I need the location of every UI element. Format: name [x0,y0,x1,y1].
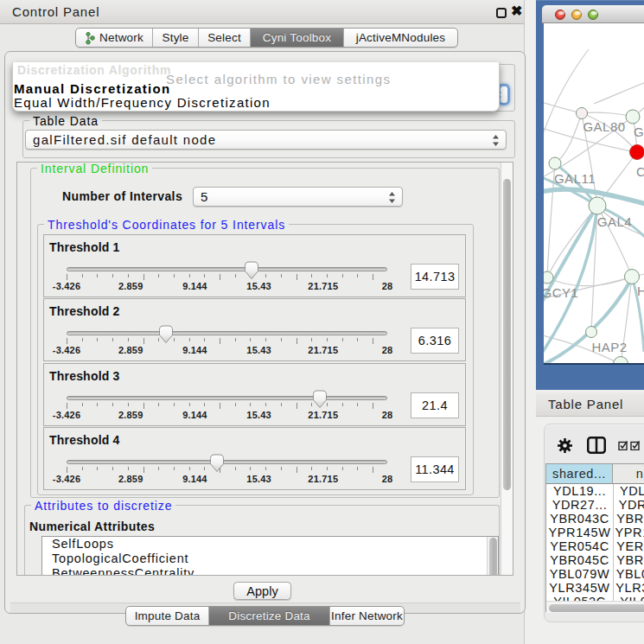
tab-label: Discretize Data [228,609,310,622]
attribute-item[interactable]: SelfLoops [42,537,498,552]
slider-tick-label: 9.144 [182,474,207,484]
network-canvas[interactable]: GAL80G...C...GAL11GAL4GCY1HHAP2 [544,23,644,363]
table-row[interactable]: YER054CYER054C [546,539,644,553]
attribute-item[interactable]: TopologicalCoefficient [42,552,498,566]
network-node[interactable] [614,357,628,364]
slider-minor-tick [357,338,358,341]
table-data-combobox[interactable]: galFiltered.sif default node [25,130,507,150]
slider-minor-tick [327,338,328,341]
slider-knob[interactable] [243,260,260,282]
slider-major-tick [67,274,67,280]
threshold-value-field[interactable]: 21.4 [411,392,459,418]
slider-minor-tick [265,467,266,470]
network-node-label: GAL11 [554,171,596,186]
minimize-traffic-light[interactable] [571,10,582,20]
threshold-value-field[interactable]: 14.713 [411,264,459,290]
control-panel-titlebar[interactable]: Control Panel ✖ [0,0,524,24]
settings-scrollbar[interactable] [501,163,513,575]
apply-button[interactable]: Apply [233,582,291,600]
thresholds-group-title: Threshold's Coordinates for 5 Intervals [44,218,289,232]
network-node[interactable] [625,270,640,284]
slider-rail[interactable] [67,396,387,400]
desktop: { "control_panel": { "title": "Control P… [0,0,644,644]
table-row[interactable]: YBR043CYBR043C [546,512,644,526]
slider-rail[interactable] [67,460,387,464]
column-header-label: shared... [552,467,606,481]
tab-network[interactable]: Network [76,29,153,47]
column-header[interactable]: shared... [546,464,613,484]
table-cell: YDL19... [613,484,644,498]
network-node[interactable] [589,197,606,214]
tab-impute-data[interactable]: Impute Data [126,607,209,625]
slider-minor-tick [112,274,113,277]
slider-major-tick [220,403,220,409]
popup-hint-item[interactable]: Select algorithm to view settings [166,72,391,86]
tab-discretize-data[interactable]: Discretize Data [209,607,330,625]
slider-knob[interactable] [157,324,175,346]
close-icon[interactable]: ✖ [511,3,522,19]
threshold-value-field[interactable]: 11.344 [411,456,459,482]
slider-knob[interactable] [311,389,328,411]
scrollbar-thumb[interactable] [549,604,644,612]
table-horizontal-scrollbar[interactable] [546,601,644,613]
scrollbar-thumb[interactable] [489,538,497,576]
numerical-attributes-list[interactable]: SelfLoopsTopologicalCoefficientBetweenne… [41,536,499,576]
tab-jactivemnodules[interactable]: jActiveMNodules [344,29,457,47]
tab-style[interactable]: Style [153,29,199,47]
slider-rail[interactable] [67,331,387,335]
table-panel-title: Table Panel [548,397,623,411]
number-of-intervals-combobox[interactable]: 5 [193,187,403,207]
threshold-value-field[interactable]: 6.316 [411,328,459,354]
network-node[interactable] [549,157,561,169]
network-graph [544,23,644,363]
slider-rail[interactable] [67,267,387,271]
tab-infer-network[interactable]: Infer Network [330,607,404,625]
slider-tick-label: 28 [382,345,393,355]
tab-cyni-toolbox[interactable]: Cyni Toolbox [251,29,344,47]
zoom-traffic-light[interactable] [588,10,598,20]
close-traffic-light[interactable] [555,10,565,20]
popup-item[interactable]: Equal Width/Frequency Discretization [14,95,271,110]
checkbox-icon[interactable] [630,441,641,450]
attribute-item[interactable]: BetweennessCentrality [42,566,498,576]
network-icon [85,31,95,45]
table-panel-titlebar[interactable]: Table Panel [536,392,644,417]
slider-minor-tick [112,338,113,341]
network-node[interactable] [577,108,588,119]
slider-minor-tick [204,467,205,470]
column-browser-icon[interactable] [587,437,606,454]
table-row[interactable]: YDL19...YDL19... [546,484,644,498]
network-node[interactable] [544,271,553,284]
popup-item[interactable]: Manual Discretization [14,81,171,96]
float-window-icon[interactable] [496,8,507,18]
network-node[interactable] [626,110,640,124]
slider-minor-tick [128,274,129,277]
checkbox-icon[interactable] [618,441,628,450]
slider-knob[interactable] [208,453,226,475]
table-row[interactable]: YDR27...YDR27... [546,498,644,512]
cyni-toolbox-panel: Table Data galFiltered.sif default node … [4,51,526,614]
table-row[interactable]: YLR345WYLR345W [546,581,644,595]
slider-minor-tick [281,338,282,341]
table-row[interactable]: YBL079WYBL079W [546,567,644,581]
table-cell: YDL19... [546,484,613,498]
attributes-list-scrollbar[interactable] [487,537,498,576]
gear-icon[interactable] [557,437,573,454]
table-row[interactable]: YBR045CYBR045C [546,553,644,567]
scrollbar-thumb[interactable] [503,179,511,490]
slider-tick-label: -3.426 [53,474,80,484]
slider-minor-tick [357,467,358,470]
column-header[interactable]: n... [613,464,644,484]
slider-minor-tick [235,467,236,470]
slider-minor-tick [128,403,129,406]
slider-tick-label: 21.715 [308,410,338,420]
table-row[interactable]: YPR145WYPR145W [546,526,644,539]
slider-minor-tick [82,467,83,470]
slider-minor-tick [327,274,328,277]
slider-minor-tick [204,403,205,406]
network-node[interactable] [630,145,644,160]
network-node[interactable] [586,327,597,338]
slider-minor-tick [281,274,282,277]
tab-select[interactable]: Select [199,29,251,47]
network-window-titlebar[interactable] [542,5,644,23]
